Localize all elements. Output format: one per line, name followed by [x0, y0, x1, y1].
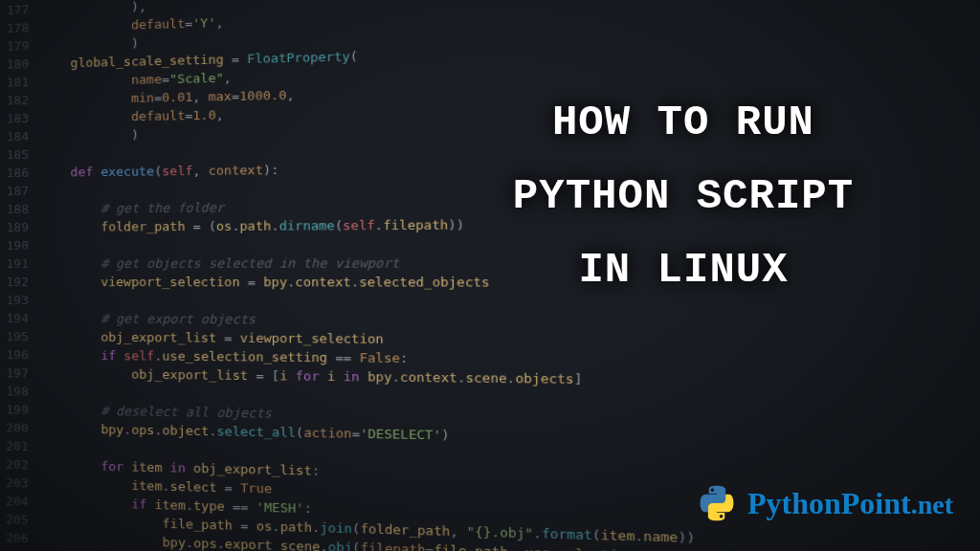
line-number: 185: [0, 145, 40, 165]
line-number: 188: [0, 200, 40, 218]
line-number: 177: [0, 0, 40, 19]
line-number: 192: [0, 273, 40, 291]
line-number: 200: [0, 418, 40, 437]
line-number: 195: [0, 327, 40, 345]
line-content: ): [40, 33, 139, 55]
line-number: 197: [0, 364, 40, 383]
line-content: ): [40, 125, 139, 145]
line-number: 198: [0, 382, 40, 401]
line-number: 190: [0, 236, 40, 254]
line-content: # get objects selected in the viewport: [40, 253, 399, 273]
line-number: 196: [0, 345, 40, 364]
title-line-2: PYTHON SCRIPT: [454, 160, 913, 233]
line-number: 206: [0, 528, 40, 547]
line-number: 187: [0, 182, 40, 200]
line-number: 205: [0, 510, 40, 529]
line-number: 178: [0, 18, 40, 37]
line-content: # get the folder: [40, 198, 224, 218]
line-number: 179: [0, 36, 40, 55]
logo-text: PythonPoint.net: [747, 486, 953, 521]
line-number: 204: [0, 492, 40, 511]
line-content: default=1.0,: [40, 105, 224, 126]
line-number: 207: [0, 546, 40, 551]
logo: PythonPoint.net: [696, 482, 953, 524]
line-number: 194: [0, 309, 40, 327]
line-content: # get export objects: [40, 309, 256, 328]
line-number: 189: [0, 218, 40, 236]
banner-title: HOW TO RUN PYTHON SCRIPT IN LINUX: [454, 86, 913, 307]
line-number: 181: [0, 73, 40, 92]
line-number: 180: [0, 55, 40, 74]
line-content: def execute(self, context):: [40, 161, 278, 182]
line-number: 193: [0, 291, 40, 309]
line-number: 203: [0, 474, 40, 493]
line-number: 182: [0, 91, 40, 110]
line-content: viewport_selection = bpy.context.selecte…: [40, 273, 490, 292]
line-number: 201: [0, 436, 40, 455]
line-content: folder_path = (os.path.dirname(self.file…: [40, 215, 464, 236]
python-logo-icon: [696, 482, 738, 524]
line-number: 183: [0, 109, 40, 128]
line-number: 184: [0, 127, 40, 146]
line-number: 191: [0, 254, 40, 273]
line-number: 202: [0, 455, 40, 474]
title-line-1: HOW TO RUN: [454, 86, 913, 160]
line-number: 199: [0, 400, 40, 419]
title-line-3: IN LINUX: [454, 233, 913, 307]
line-number: 186: [0, 164, 40, 182]
